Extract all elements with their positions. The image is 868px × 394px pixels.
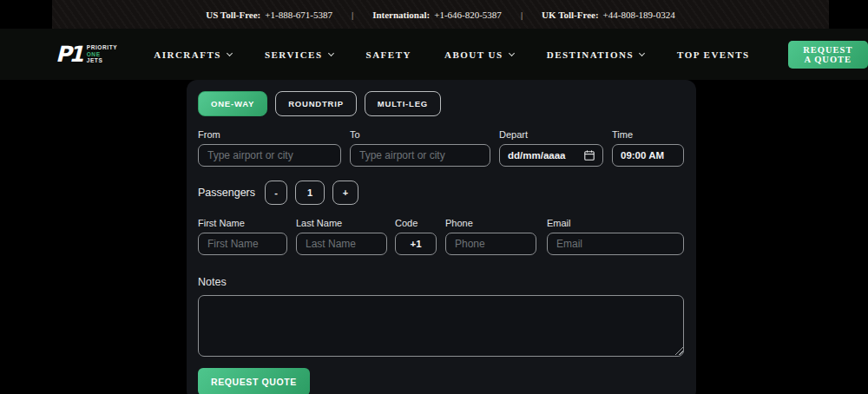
last-name-label: Last Name <box>296 218 387 228</box>
to-field-group: To <box>350 129 490 167</box>
request-quote-submit-button[interactable]: REQUEST QUOTE <box>198 368 310 394</box>
logo-wordmark: PRIORITY ONE JETS <box>87 44 118 63</box>
nav-item-about-us[interactable]: ABOUT US <box>444 49 514 60</box>
us-tollfree-number: +1-888-671-5387 <box>265 10 332 20</box>
international-phone: International:+1-646-820-5387 <box>372 10 502 20</box>
notes-label: Notes <box>198 276 227 288</box>
passengers-label: Passengers <box>198 187 255 199</box>
notes-wrapper <box>198 295 685 357</box>
logo-line-jets: JETS <box>87 57 118 63</box>
first-name-input[interactable] <box>198 233 287 255</box>
uk-tollfree-number: +44-808-189-0324 <box>603 10 675 20</box>
depart-date-input[interactable]: dd/mm/aaaa <box>499 144 603 167</box>
nav-item-aircrafts[interactable]: AIRCRAFTS <box>154 49 232 60</box>
depart-label: Depart <box>499 129 603 140</box>
booking-form-panel: ONE-WAY ROUNDTRIP MULTI-LEG From To Depa… <box>187 80 696 394</box>
international-label: International: <box>372 10 430 20</box>
chevron-down-icon <box>639 50 645 56</box>
code-label: Code <box>395 218 437 228</box>
depart-field-group: Depart dd/mm/aaaa <box>499 129 603 167</box>
nav-item-destinations[interactable]: DESTINATIONS <box>547 49 644 60</box>
logo-mark-icon: P1 <box>56 43 87 65</box>
resize-handle[interactable] <box>675 347 683 355</box>
email-label: Email <box>547 218 684 228</box>
from-field-group: From <box>198 129 341 167</box>
uk-tollfree-label: UK Toll-Free: <box>542 10 598 20</box>
international-number: +1-646-820-5387 <box>434 10 502 20</box>
notes-field-group: Notes <box>198 273 685 357</box>
nav-item-label: DESTINATIONS <box>547 49 634 60</box>
chevron-down-icon <box>328 50 334 56</box>
first-name-label: First Name <box>198 218 287 228</box>
last-name-input[interactable] <box>296 233 387 255</box>
logo-line-priority: PRIORITY <box>87 44 118 50</box>
main-navbar: P1 PRIORITY ONE JETS AIRCRAFTS SERVICES … <box>0 29 868 80</box>
contact-fields-row: First Name Last Name Code +1 Phone Email <box>198 218 685 255</box>
us-tollfree: US Toll-Free:+1-888-671-5387 <box>206 10 332 20</box>
tab-one-way[interactable]: ONE-WAY <box>198 91 267 116</box>
chevron-down-icon <box>227 50 233 56</box>
passengers-increment-button[interactable]: + <box>332 181 358 205</box>
tab-roundtrip[interactable]: ROUNDTRIP <box>275 91 357 116</box>
time-input[interactable]: 09:00 AM <box>612 144 684 167</box>
country-code-value: +1 <box>410 239 421 249</box>
brand-logo[interactable]: P1 PRIORITY ONE JETS <box>56 43 117 65</box>
email-field-group: Email <box>547 218 684 255</box>
nav-menu: AIRCRAFTS SERVICES SAFETY ABOUT US DESTI… <box>154 49 749 60</box>
depart-date-value: dd/mm/aaaa <box>508 150 565 161</box>
request-a-quote-button[interactable]: REQUEST A QUOTE <box>788 41 868 69</box>
topbar-phone-strip: US Toll-Free:+1-888-671-5387 | Internati… <box>52 0 829 29</box>
calendar-icon <box>584 150 595 161</box>
passengers-decrement-button[interactable]: - <box>265 181 287 205</box>
to-label: To <box>350 129 490 140</box>
chevron-down-icon <box>509 50 515 56</box>
uk-tollfree: UK Toll-Free:+44-808-189-0324 <box>542 10 675 20</box>
email-input[interactable] <box>547 233 684 255</box>
first-name-field-group: First Name <box>198 218 287 255</box>
from-input[interactable] <box>198 144 341 167</box>
nav-item-label: AIRCRAFTS <box>154 49 221 60</box>
trip-type-tabs: ONE-WAY ROUNDTRIP MULTI-LEG <box>198 91 685 116</box>
separator: | <box>345 10 360 20</box>
tab-multi-leg[interactable]: MULTI-LEG <box>365 91 441 116</box>
separator: | <box>514 10 529 20</box>
nav-item-label: ABOUT US <box>444 49 503 60</box>
phone-input[interactable] <box>445 233 536 255</box>
passengers-row: Passengers - 1 + <box>198 181 685 205</box>
phone-field-group: Phone <box>445 218 536 255</box>
last-name-field-group: Last Name <box>296 218 387 255</box>
code-field-group: Code +1 <box>395 218 437 255</box>
nav-item-label: SAFETY <box>366 49 411 60</box>
nav-item-top-events[interactable]: TOP EVENTS <box>677 49 750 60</box>
time-value: 09:00 AM <box>621 150 664 161</box>
flight-fields-row: From To Depart dd/mm/aaaa Time 09:00 AM <box>198 129 685 167</box>
nav-item-safety[interactable]: SAFETY <box>366 49 411 60</box>
phone-label: Phone <box>445 218 536 228</box>
nav-item-label: TOP EVENTS <box>677 49 750 60</box>
from-label: From <box>198 129 341 140</box>
nav-item-services[interactable]: SERVICES <box>265 49 333 60</box>
to-input[interactable] <box>350 144 490 167</box>
us-tollfree-label: US Toll-Free: <box>206 10 260 20</box>
passengers-count: 1 <box>295 181 325 205</box>
nav-item-label: SERVICES <box>265 49 323 60</box>
logo-line-one: ONE <box>87 51 118 57</box>
country-code-input[interactable]: +1 <box>395 233 437 255</box>
time-label: Time <box>612 129 684 140</box>
time-field-group: Time 09:00 AM <box>612 129 684 167</box>
notes-textarea[interactable] <box>198 295 684 357</box>
